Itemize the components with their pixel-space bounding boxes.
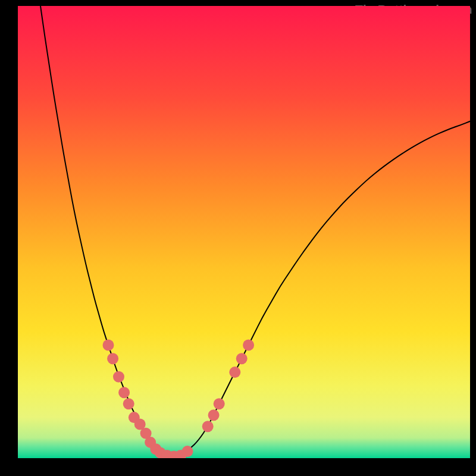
- highlight-dot: [243, 340, 254, 351]
- highlight-dot: [208, 409, 220, 421]
- highlight-dot: [214, 398, 225, 409]
- highlight-dot: [182, 446, 193, 457]
- highlight-dot: [236, 353, 248, 364]
- highlight-dot: [118, 387, 130, 398]
- highlight-dot: [229, 367, 240, 378]
- highlight-dot: [202, 421, 214, 432]
- chart-svg: [18, 6, 470, 458]
- plot-area: [18, 6, 470, 458]
- gradient-bg: [18, 6, 470, 458]
- chart-container: TheBottleneck.com: [0, 0, 476, 476]
- highlight-dot: [103, 340, 114, 351]
- highlight-dot: [123, 398, 134, 409]
- highlight-dot: [113, 371, 124, 383]
- highlight-dot: [107, 353, 118, 364]
